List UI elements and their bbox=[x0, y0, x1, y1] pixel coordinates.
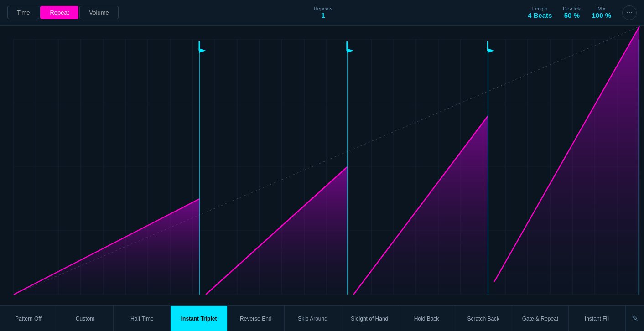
mix-stat: Mix 100 % bbox=[592, 6, 611, 19]
repeats-value: 1 bbox=[314, 11, 332, 19]
header-center: Repeats 1 bbox=[119, 6, 528, 19]
declick-label: De-click bbox=[563, 6, 581, 11]
header: Time Repeat Volume Repeats 1 Length 4 Be… bbox=[0, 0, 644, 26]
tab-group: Time Repeat Volume bbox=[7, 6, 119, 19]
header-right: Length 4 Beats De-click 50 % Mix 100 % ·… bbox=[528, 5, 637, 20]
btn-instant-triplet[interactable]: Instant Triplet bbox=[171, 306, 228, 331]
bottom-bar: Pattern Off Custom Half Time Instant Tri… bbox=[0, 305, 644, 331]
btn-reverse-end[interactable]: Reverse End bbox=[228, 306, 285, 331]
btn-hold-back[interactable]: Hold Back bbox=[398, 306, 455, 331]
btn-scratch-back[interactable]: Scratch Back bbox=[455, 306, 512, 331]
mix-value[interactable]: 100 % bbox=[592, 11, 611, 19]
chart-area: Beat 4 3 2 1 2 3 4 bbox=[0, 26, 644, 305]
declick-stat: De-click 50 % bbox=[563, 6, 581, 19]
tab-volume[interactable]: Volume bbox=[79, 6, 118, 19]
btn-gate-repeat[interactable]: Gate & Repeat bbox=[512, 306, 569, 331]
btn-skip-around[interactable]: Skip Around bbox=[285, 306, 342, 331]
tab-repeat[interactable]: Repeat bbox=[40, 6, 78, 19]
btn-half-time[interactable]: Half Time bbox=[114, 306, 171, 331]
btn-instant-fill[interactable]: Instant Fill bbox=[569, 306, 626, 331]
length-label: Length bbox=[528, 6, 552, 11]
tab-time[interactable]: Time bbox=[7, 6, 39, 19]
edit-icon-button[interactable]: ✎ bbox=[626, 306, 644, 331]
length-stat: Length 4 Beats bbox=[528, 6, 552, 19]
btn-sleight-of-hand[interactable]: Sleight of Hand bbox=[341, 306, 398, 331]
more-button[interactable]: ··· bbox=[622, 5, 637, 20]
mix-label: Mix bbox=[592, 6, 611, 11]
repeats-stat: Repeats 1 bbox=[314, 6, 332, 19]
length-value[interactable]: 4 Beats bbox=[528, 11, 552, 19]
main-chart bbox=[0, 26, 644, 305]
repeats-label: Repeats bbox=[314, 6, 332, 11]
declick-value[interactable]: 50 % bbox=[563, 11, 581, 19]
btn-custom[interactable]: Custom bbox=[57, 306, 114, 331]
btn-pattern-off[interactable]: Pattern Off bbox=[0, 306, 57, 331]
